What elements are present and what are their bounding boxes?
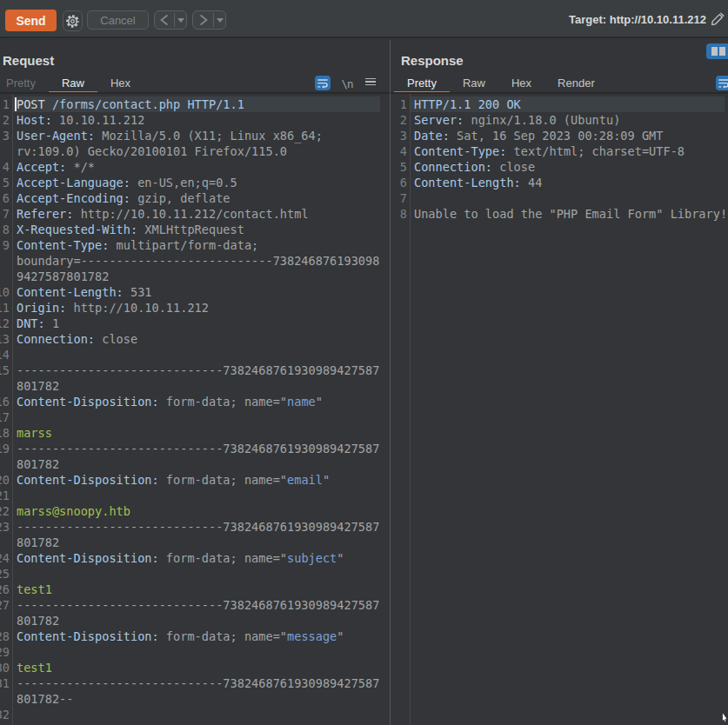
line-number <box>0 269 10 284</box>
newline-icon[interactable]: \n <box>339 76 355 91</box>
text-segment: " <box>337 629 344 643</box>
text-segment: marss@snoopy.htb <box>17 504 130 518</box>
line-text: Origin: http://10.10.11.212 <box>17 300 209 316</box>
prev-request-button[interactable] <box>154 10 187 30</box>
text-segment: Connection: <box>17 332 95 346</box>
line-number: 28 <box>0 629 10 644</box>
line-number: 1 <box>391 96 407 112</box>
next-dropdown-button[interactable] <box>214 11 225 29</box>
text-segment: X-Requested-With: <box>17 223 137 236</box>
line-number: 16 <box>0 394 10 409</box>
text-segment: Origin: <box>17 301 66 315</box>
text-segment: 801782 <box>17 457 59 471</box>
text-segment: http://10.10.11.212 <box>66 301 209 315</box>
response-panel-title: Response <box>401 53 464 68</box>
line-text: Content-Disposition: form-data; name="su… <box>17 550 344 566</box>
line-text: 801782 <box>17 535 59 550</box>
text-segment: Referer: <box>17 207 73 221</box>
text-segment: nginx/1.18.0 (Ubuntu) <box>464 113 620 127</box>
text-segment: 801782 <box>17 379 59 393</box>
tab-response-raw[interactable]: Raw <box>450 75 498 94</box>
text-segment: /forms/contact.php HTTP/1.1 <box>52 97 244 111</box>
line-number: 2 <box>391 112 407 128</box>
prev-dropdown-button[interactable] <box>175 11 186 29</box>
line-number: 13 <box>0 331 10 347</box>
tab-request-pretty[interactable]: Pretty <box>0 75 49 94</box>
word-wrap-icon[interactable] <box>315 76 331 90</box>
text-segment: POST <box>17 97 52 111</box>
next-request-button[interactable] <box>192 10 226 30</box>
line-text: -----------------------------73824687619… <box>17 519 379 535</box>
text-caret <box>15 97 17 111</box>
line-number: 31 <box>0 675 10 691</box>
send-settings-button[interactable] <box>63 10 83 31</box>
line-number <box>0 143 10 159</box>
line-number: 22 <box>0 503 10 519</box>
text-segment: User-Agent: <box>17 129 95 143</box>
text-segment: Date: <box>414 129 450 143</box>
line-number: 3 <box>391 128 407 143</box>
line-number <box>0 456 10 472</box>
text-segment: Content-Disposition: <box>17 629 159 643</box>
text-segment: Content-Length: <box>414 176 521 190</box>
columns-layout-icon[interactable] <box>706 43 728 59</box>
mouse-cursor <box>722 712 728 723</box>
gear-icon <box>65 14 80 29</box>
text-segment: close <box>492 160 535 174</box>
text-segment: DNT: <box>17 316 45 330</box>
menu-icon-bar <box>365 78 376 79</box>
text-segment: Content-Type: <box>17 238 109 252</box>
line-number: 24 <box>0 550 10 566</box>
line-number <box>0 253 10 269</box>
edit-target-button[interactable] <box>710 11 725 27</box>
line-number: 25 <box>0 566 10 582</box>
text-segment: -----------------------------73824687619… <box>17 363 379 377</box>
line-text: Connection: close <box>17 331 137 347</box>
text-segment: -----------------------------73824687619… <box>17 520 379 534</box>
line-text: X-Requested-With: XMLHttpRequest <box>17 222 244 237</box>
text-segment: Connection: <box>414 160 492 174</box>
text-segment: form-data; name=" <box>159 473 287 487</box>
tab-response-hex[interactable]: Hex <box>498 75 544 94</box>
text-segment: " <box>316 395 323 409</box>
next-arrow-icon <box>193 11 213 29</box>
menu-icon[interactable] <box>365 78 376 85</box>
line-number <box>0 378 10 394</box>
text-segment: subject <box>287 551 337 565</box>
line-number <box>0 613 10 629</box>
text-segment: " <box>337 551 344 565</box>
word-wrap-icon[interactable] <box>716 76 728 90</box>
text-segment: 9427587801782 <box>17 269 109 283</box>
text-segment: en-US,en;q=0.5 <box>130 176 237 190</box>
line-text: Content-Type: multipart/form-data; <box>17 237 258 253</box>
text-segment: Server: <box>414 113 464 127</box>
line-number: 32 <box>0 707 10 722</box>
line-number: 27 <box>0 597 10 613</box>
line-text: DNT: 1 <box>17 316 59 331</box>
tab-request-raw[interactable]: Raw <box>49 75 97 94</box>
send-button[interactable]: Send <box>5 10 57 31</box>
text-segment: form-data; name=" <box>159 551 287 565</box>
line-text: -----------------------------73824687619… <box>17 675 379 691</box>
text-segment: multipart/form-data; <box>109 238 258 252</box>
line-text: Host: 10.10.11.212 <box>17 112 144 128</box>
text-segment: Accept: <box>17 160 66 174</box>
text-segment: Unable to load the "PHP Email Form" Libr… <box>414 207 727 221</box>
line-text: Unable to load the "PHP Email Form" Libr… <box>414 206 727 222</box>
line-text: marss <box>17 425 52 441</box>
tab-response-pretty[interactable]: Pretty <box>394 75 450 94</box>
line-number <box>0 691 10 707</box>
line-text: HTTP/1.1 200 OK <box>414 96 521 112</box>
tab-request-hex[interactable]: Hex <box>97 75 144 94</box>
panel-divider[interactable] <box>390 40 391 725</box>
column-bar <box>719 47 725 56</box>
cancel-button[interactable]: Cancel <box>87 10 149 30</box>
line-text: Date: Sat, 16 Sep 2023 00:28:09 GMT <box>414 128 663 143</box>
tab-response-render[interactable]: Render <box>544 75 608 94</box>
line-text: User-Agent: Mozilla/5.0 (X11; Linux x86_… <box>17 128 323 143</box>
line-text: rv:109.0) Gecko/20100101 Firefox/115.0 <box>17 143 287 159</box>
text-segment: XMLHttpRequest <box>137 223 244 236</box>
text-segment: text/html; charset=UTF-8 <box>506 144 685 158</box>
response-tabbar-border <box>391 92 728 94</box>
line-text: Content-Type: text/html; charset=UTF-8 <box>414 143 685 159</box>
